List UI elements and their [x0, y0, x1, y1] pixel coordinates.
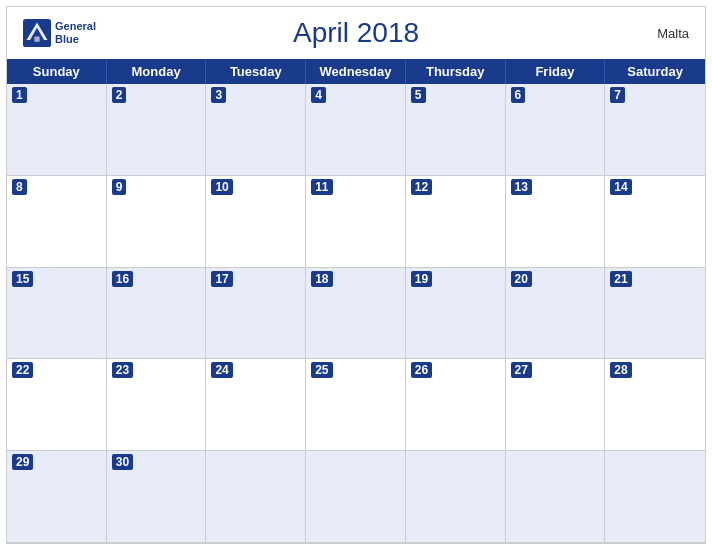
svg-rect-3: [34, 37, 39, 42]
calendar-cell: 9: [107, 176, 207, 268]
date-number: 6: [511, 87, 526, 103]
country-label: Malta: [657, 26, 689, 41]
calendar-cell: 29: [7, 451, 107, 543]
calendar-cell: 22: [7, 359, 107, 451]
calendar-cell: 8: [7, 176, 107, 268]
calendar-cell: 3: [206, 84, 306, 176]
date-number: 27: [511, 362, 532, 378]
calendar-cell: 28: [605, 359, 705, 451]
calendar-cell: 1: [7, 84, 107, 176]
calendar-cell: 25: [306, 359, 406, 451]
date-number: 20: [511, 271, 532, 287]
date-number: 2: [112, 87, 127, 103]
date-number: 17: [211, 271, 232, 287]
calendar-cell: 2: [107, 84, 207, 176]
date-number: 14: [610, 179, 631, 195]
calendar-cell: 5: [406, 84, 506, 176]
date-number: 13: [511, 179, 532, 195]
calendar-cell: [206, 451, 306, 543]
calendar-cell: [605, 451, 705, 543]
calendar-cell: 4: [306, 84, 406, 176]
header-friday: Friday: [506, 59, 606, 84]
calendar-cell: 30: [107, 451, 207, 543]
calendar-cell: 15: [7, 268, 107, 360]
days-header: Sunday Monday Tuesday Wednesday Thursday…: [7, 59, 705, 84]
header-sunday: Sunday: [7, 59, 107, 84]
calendar-cell: 16: [107, 268, 207, 360]
calendar-cell: 14: [605, 176, 705, 268]
calendar-cell: 20: [506, 268, 606, 360]
calendar-cell: 23: [107, 359, 207, 451]
date-number: 9: [112, 179, 127, 195]
calendar-cell: 18: [306, 268, 406, 360]
calendar: General Blue April 2018 Malta Sunday Mon…: [6, 6, 706, 544]
calendar-cell: [406, 451, 506, 543]
date-number: 30: [112, 454, 133, 470]
header-saturday: Saturday: [605, 59, 705, 84]
calendar-cell: 19: [406, 268, 506, 360]
date-number: 3: [211, 87, 226, 103]
logo-general: General: [55, 20, 96, 33]
date-number: 22: [12, 362, 33, 378]
calendar-title: April 2018: [293, 17, 419, 49]
date-number: 29: [12, 454, 33, 470]
date-number: 7: [610, 87, 625, 103]
header-tuesday: Tuesday: [206, 59, 306, 84]
calendar-cell: 26: [406, 359, 506, 451]
date-number: 4: [311, 87, 326, 103]
calendar-cell: 27: [506, 359, 606, 451]
logo-icon: [23, 19, 51, 47]
header-thursday: Thursday: [406, 59, 506, 84]
date-number: 12: [411, 179, 432, 195]
calendar-cell: [506, 451, 606, 543]
calendar-cell: 6: [506, 84, 606, 176]
calendar-cell: 12: [406, 176, 506, 268]
calendar-cell: 10: [206, 176, 306, 268]
calendar-cell: 21: [605, 268, 705, 360]
date-number: 23: [112, 362, 133, 378]
date-number: 5: [411, 87, 426, 103]
date-number: 18: [311, 271, 332, 287]
calendar-cell: [306, 451, 406, 543]
calendar-cell: 11: [306, 176, 406, 268]
calendar-cell: 24: [206, 359, 306, 451]
date-number: 11: [311, 179, 332, 195]
calendar-cell: 13: [506, 176, 606, 268]
calendar-header: General Blue April 2018 Malta: [7, 7, 705, 59]
date-number: 25: [311, 362, 332, 378]
date-number: 28: [610, 362, 631, 378]
header-monday: Monday: [107, 59, 207, 84]
header-wednesday: Wednesday: [306, 59, 406, 84]
date-number: 10: [211, 179, 232, 195]
date-number: 15: [12, 271, 33, 287]
date-number: 26: [411, 362, 432, 378]
date-number: 24: [211, 362, 232, 378]
logo-blue: Blue: [55, 33, 96, 46]
calendar-grid: 1234567891011121314151617181920212223242…: [7, 84, 705, 543]
date-number: 21: [610, 271, 631, 287]
date-number: 1: [12, 87, 27, 103]
calendar-cell: 17: [206, 268, 306, 360]
calendar-cell: 7: [605, 84, 705, 176]
date-number: 16: [112, 271, 133, 287]
logo-area: General Blue: [23, 19, 96, 47]
date-number: 19: [411, 271, 432, 287]
date-number: 8: [12, 179, 27, 195]
